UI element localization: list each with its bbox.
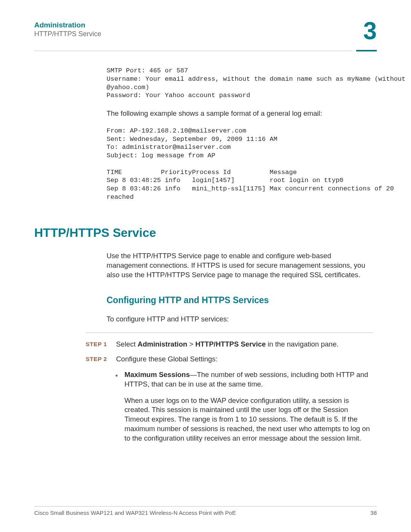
step-1-bold-2: HTTP/HTTPS Service xyxy=(195,340,266,348)
header-section-title: HTTP/HTTPS Service xyxy=(34,30,101,38)
step-2-body: Configure these Global Settings: xyxy=(116,355,373,364)
header-left: Administration HTTP/HTTPS Service xyxy=(34,21,101,38)
footer-rule xyxy=(34,506,377,506)
config-intro: To configure HTTP and HTTP services: xyxy=(107,315,373,324)
chapter-title: Administration xyxy=(34,21,101,29)
bullet-paragraph-2: When a user logs on to the WAP device co… xyxy=(124,396,373,444)
smtp-config-block: SMTP Port: 465 or 587 Username: Your ema… xyxy=(107,67,373,100)
document-page: Administration HTTP/HTTPS Service 3 SMTP… xyxy=(0,0,411,532)
sub-heading: Configuring HTTP and HTTPS Services xyxy=(107,294,373,306)
footer-left: Cisco Small Business WAP121 and WAP321 W… xyxy=(34,510,236,516)
footer-row: Cisco Small Business WAP121 and WAP321 W… xyxy=(34,510,377,516)
rule-thin xyxy=(34,51,352,51)
step-2-label: STEP 2 xyxy=(86,355,116,364)
step-1: STEP 1 Select Administration > HTTP/HTTP… xyxy=(86,340,373,349)
step-1-prefix: Select xyxy=(116,340,138,348)
body-content: SMTP Port: 465 or 587 Username: Your ema… xyxy=(107,67,373,201)
step-1-sep: > xyxy=(187,340,195,348)
bullet-item: • Maximum Sessions—The number of web ses… xyxy=(115,370,373,389)
steps-divider xyxy=(86,332,373,333)
bullet-title: Maximum Sessions xyxy=(124,371,190,379)
step-1-label: STEP 1 xyxy=(86,340,116,349)
step-1-suffix: in the navigation pane. xyxy=(266,340,338,348)
intro-paragraph: Use the HTTP/HTTPS Service page to enabl… xyxy=(107,251,373,280)
page-number: 38 xyxy=(370,510,377,516)
chapter-number: 3 xyxy=(363,19,377,43)
rule-thick xyxy=(356,50,377,51)
email-sample-block: From: AP-192.168.2.10@mailserver.com Sen… xyxy=(107,127,373,201)
step-2: STEP 2 Configure these Global Settings: xyxy=(86,355,373,364)
step-1-bold-1: Administration xyxy=(138,340,188,348)
header-rule xyxy=(34,50,377,51)
bullet-body: Maximum Sessions—The number of web sessi… xyxy=(124,370,373,389)
main-heading: HTTP/HTTPS Service xyxy=(34,226,377,240)
bullet-marker: • xyxy=(115,370,124,389)
example-intro-text: The following example shows a sample for… xyxy=(107,109,373,118)
step-1-body: Select Administration > HTTP/HTTPS Servi… xyxy=(116,340,373,349)
intro-paragraph-wrap: Use the HTTP/HTTPS Service page to enabl… xyxy=(107,251,373,324)
page-footer: Cisco Small Business WAP121 and WAP321 W… xyxy=(34,506,377,516)
steps-area: STEP 1 Select Administration > HTTP/HTTP… xyxy=(86,332,373,444)
page-header: Administration HTTP/HTTPS Service 3 xyxy=(34,21,377,43)
